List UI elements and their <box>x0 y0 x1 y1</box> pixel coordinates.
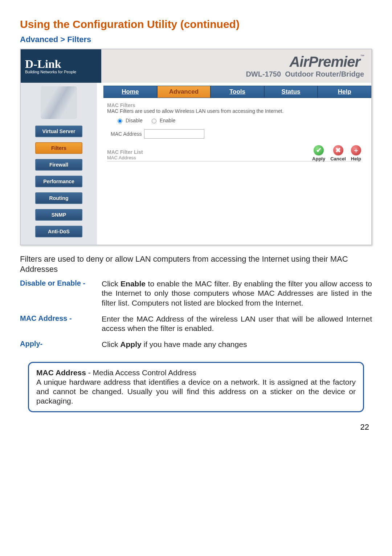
main-panel: Home Advanced Tools Status Help MAC Filt… <box>97 83 371 245</box>
page-number: 22 <box>20 422 372 432</box>
filter-mode-radio-group: Disable Enable <box>116 118 361 123</box>
disable-label: Disable <box>126 118 143 123</box>
sidebar-item-filters[interactable]: Filters <box>35 142 82 154</box>
tab-bar: Home Advanced Tools Status Help <box>103 86 371 98</box>
sidebar-item-performance[interactable]: Performance <box>35 176 82 187</box>
definitions: Disable or Enable - Click Enable to enab… <box>20 279 372 349</box>
tab-home[interactable]: Home <box>103 86 157 98</box>
sidebar-item-snmp[interactable]: SNMP <box>35 209 82 221</box>
mac-address-input[interactable] <box>144 129 204 139</box>
enable-label: Enable <box>160 118 176 123</box>
sidebar-item-anti-dos[interactable]: Anti-DoS <box>35 226 82 237</box>
sidebar-item-virtual-server[interactable]: Virtual Server <box>35 126 82 137</box>
plus-icon: ＋ <box>351 145 361 155</box>
router-screenshot: D-Link Building Networks for People AirP… <box>20 49 372 245</box>
check-icon: ✔ <box>314 145 324 155</box>
tab-tools[interactable]: Tools <box>211 86 264 98</box>
mac-address-label: MAC Address <box>111 131 142 137</box>
mac-filters-description: MAC Filters are used to allow Wireless L… <box>107 108 361 114</box>
logo-panel: D-Link Building Networks for People <box>21 49 101 83</box>
def-mac-address-label: MAC Address - <box>20 314 102 334</box>
sidebar: Virtual Server Filters Firewall Performa… <box>21 83 97 245</box>
x-icon: ✖ <box>333 145 343 155</box>
intro-paragraph: Filters are used to deny or allow LAN co… <box>20 254 372 274</box>
def-disable-enable-label: Disable or Enable - <box>20 279 102 308</box>
breadcrumb: Advanced > Filters <box>20 35 372 44</box>
def-disable-enable-text: Click Enable to enable the MAC filter. B… <box>102 279 372 308</box>
disable-radio[interactable] <box>118 119 122 123</box>
cancel-button[interactable]: ✖ Cancel <box>330 145 346 162</box>
sidebar-item-firewall[interactable]: Firewall <box>35 159 82 171</box>
help-button[interactable]: ＋ Help <box>351 145 361 162</box>
apply-button[interactable]: ✔ Apply <box>312 145 325 162</box>
brand-title: AirPremier™ <box>289 54 364 70</box>
sidebar-item-routing[interactable]: Routing <box>35 192 82 204</box>
tab-status[interactable]: Status <box>264 86 318 98</box>
mac-filters-heading: MAC Filters <box>107 102 361 108</box>
brand-panel: AirPremier™ DWL-1750 Outdoor Router/Brid… <box>101 49 371 83</box>
tab-advanced[interactable]: Advanced <box>157 86 211 98</box>
page-title: Using the Configuration Utility (continu… <box>20 18 372 30</box>
device-image <box>41 86 77 119</box>
def-mac-address-text: Enter the MAC Address of the wireless LA… <box>102 314 372 334</box>
enable-radio[interactable] <box>152 119 156 123</box>
logo-text: D-Link <box>25 58 101 70</box>
brand-subtitle: DWL-1750 Outdoor Router/Bridge <box>246 70 364 78</box>
def-apply-text: Click Apply if you have made any changes <box>102 340 247 349</box>
logo-tagline: Building Networks for People <box>25 70 101 74</box>
tab-help[interactable]: Help <box>318 86 371 98</box>
mac-address-info-box: MAC Address - Media Access Control Addre… <box>28 362 364 412</box>
def-apply-label: Apply- <box>20 340 102 349</box>
